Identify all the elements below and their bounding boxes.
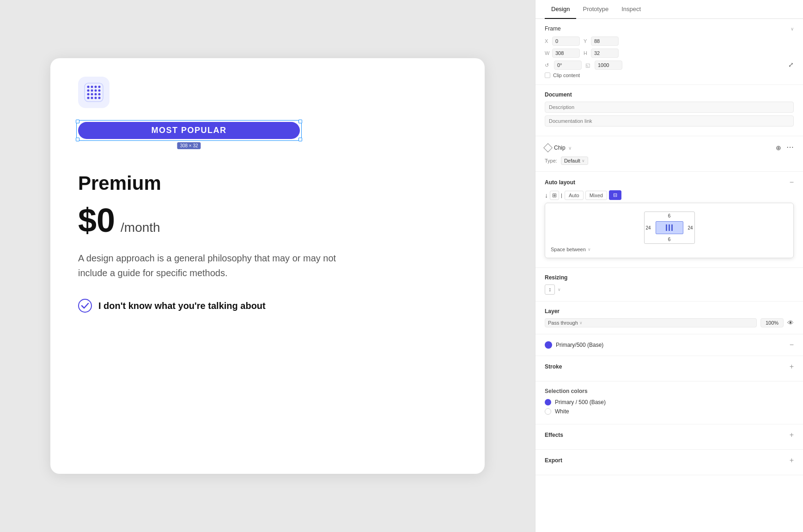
padding-bottom: 6 [668,237,671,242]
document-title: Document [545,91,572,98]
effects-header: Effects + [545,431,794,439]
resize-chevron: ∨ [558,287,561,292]
dots-icon[interactable]: ⋯ [786,143,794,153]
doc-link-input[interactable] [545,115,794,127]
resize-select[interactable]: ↕ [545,284,555,295]
feature-item: I don't know what you're talking about [78,299,457,313]
svg-rect-0 [85,83,103,102]
active-layout-btn[interactable]: ⊟ [609,190,621,200]
frame-expand-icon[interactable]: ∨ [791,26,794,31]
svg-point-8 [98,90,101,92]
handle-tr[interactable] [298,120,302,123]
reset-icon[interactable]: ⊕ [773,143,784,153]
resize-inner [656,221,683,234]
document-header: Document [545,91,794,98]
color-item-white: White [545,408,794,415]
resize-bar-3 [671,224,673,231]
chip-text: MOST POPULAR [151,126,226,135]
auto-layout-title: Auto layout [545,179,575,186]
clip-checkbox[interactable] [545,73,550,78]
tab-inspect[interactable]: Inspect [615,0,647,19]
eye-icon[interactable]: 👁 [787,319,794,326]
svg-point-4 [98,86,101,88]
clip-row: Clip content [545,73,794,78]
blend-mode-select[interactable]: Pass through ∨ [545,318,757,327]
type-select[interactable]: Default ∨ [561,157,588,165]
frame-header-row: Frame ∨ [545,25,794,32]
svg-point-10 [91,93,93,96]
stroke-add-btn[interactable]: + [790,363,794,371]
tab-design[interactable]: Design [545,0,576,19]
selection-colors-title: Selection colors [545,388,794,394]
handle-br[interactable] [298,138,302,141]
export-header: Export + [545,456,794,465]
fill-color-swatch[interactable] [545,341,552,349]
y-coord: Y [584,36,619,46]
y-input[interactable] [591,36,619,46]
panel-tabs: Design Prototype Inspect [535,0,803,19]
tab-prototype[interactable]: Prototype [576,0,615,19]
export-title: Export [545,457,562,464]
resizing-section: Resizing ↕ ∨ [535,268,803,302]
layer-row: Pass through ∨ 👁 [545,318,794,327]
type-label: Type: [545,158,557,163]
opacity-input[interactable] [760,318,784,327]
resize-fullscreen-icon[interactable]: ⤢ [788,60,794,70]
chip-badge[interactable]: MOST POPULAR [78,122,300,139]
description-input[interactable] [545,102,794,113]
canvas-area: MOST POPULAR 308 × 32 Premium $0 /month … [0,0,535,532]
clip-label: Clip content [553,73,580,78]
svg-point-3 [95,86,97,88]
component-section: Chip ∨ ⊕ ⋯ Type: Default ∨ [535,136,803,172]
w-input[interactable] [552,48,580,58]
layer-section: Layer Pass through ∨ 👁 [535,302,803,334]
auto-layout-minus[interactable]: − [790,178,794,187]
fill-section: Primary/500 (Base) − [535,334,803,356]
document-section: Document [535,85,803,136]
coords-row: X Y [545,36,794,46]
padding-left: 24 [646,225,651,230]
white-color-dot[interactable] [545,408,551,415]
auto-btn[interactable]: Auto [565,191,584,200]
component-name: Chip [554,145,566,151]
stroke-header: Stroke + [545,363,794,371]
resizing-header: Resizing [545,274,794,281]
x-input[interactable] [552,36,580,46]
space-between-label: Space between [551,247,586,252]
svg-point-6 [91,90,93,92]
description-text: A design approach is a general philosoph… [78,251,355,280]
frame-label: Frame [545,25,561,32]
space-between-chevron: ∨ [588,247,591,252]
fill-minus-btn[interactable]: − [790,341,794,349]
layout-buttons-row: ↓ ⊞ | Auto Mixed ⊟ [545,190,794,200]
effects-title: Effects [545,432,563,438]
h-input[interactable] [591,48,619,58]
effects-add-btn[interactable]: + [790,431,794,439]
stroke-title: Stroke [545,363,562,370]
price-amount: $0 [78,204,115,237]
logo-icon [78,77,110,108]
svg-point-7 [95,90,97,92]
fill-row: Primary/500 (Base) − [545,341,794,349]
svg-point-16 [98,97,101,99]
chip-container[interactable]: MOST POPULAR 308 × 32 [78,122,300,139]
layer-title: Layer [545,308,560,314]
price-period: /month [121,220,160,235]
export-add-btn[interactable]: + [790,456,794,465]
fill-color-name: Primary/500 (Base) [556,342,786,348]
y-label: Y [584,38,589,44]
component-actions: ⊕ ⋯ [773,143,794,153]
pricing-amount: $0 /month [78,204,457,237]
component-row: Chip ∨ ⊕ ⋯ [545,143,794,153]
corner-input[interactable] [595,60,622,70]
svg-point-1 [87,86,90,88]
handle-bl[interactable] [76,138,79,141]
rotation-input[interactable] [554,60,582,70]
handle-tl[interactable] [76,120,79,123]
blend-chevron: ∨ [579,320,583,325]
component-chevron: ∨ [568,145,572,151]
mixed-btn[interactable]: Mixed [585,191,607,200]
primary-color-dot[interactable] [545,399,551,405]
layout-icon[interactable]: ⊞ [550,191,559,200]
rotation-label: ↺ [545,62,552,68]
